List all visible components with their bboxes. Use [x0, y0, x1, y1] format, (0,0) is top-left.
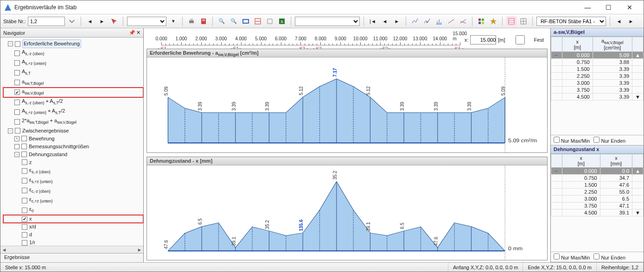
export-excel-icon[interactable]: X	[277, 16, 287, 26]
svg-text:47.6: 47.6	[433, 236, 439, 245]
status-stelle: Stelle x: 15.000 m	[0, 263, 448, 272]
tree-bemessung[interactable]: Bemessungsschnittgrößen	[3, 143, 143, 151]
tree-comb3[interactable]: 2*asw,T,Bügel + asw,V,Bügel	[3, 117, 143, 127]
table-row[interactable]: 2.2503.39	[551, 73, 644, 80]
svg-rect-3	[201, 19, 206, 24]
svg-rect-1	[189, 20, 194, 23]
grid-icon[interactable]	[518, 16, 529, 26]
svg-rect-12	[482, 19, 484, 21]
print-icon[interactable]	[186, 16, 197, 26]
table-row[interactable]: 1.50047.6	[551, 181, 644, 188]
report-icon[interactable]	[198, 16, 209, 26]
pick-member-icon[interactable]	[109, 16, 119, 26]
tree-e0[interactable]: ε0	[3, 205, 143, 215]
combo-2[interactable]	[295, 17, 360, 26]
tree-es-zo[interactable]: εs,-z (oben)	[3, 166, 143, 176]
zoom-in-icon[interactable]: 🔍	[217, 16, 227, 26]
table-row[interactable]: 4.50039.1▼	[551, 209, 644, 216]
table-icon[interactable]	[506, 16, 516, 26]
table-row[interactable]: 0.7503.88	[551, 59, 644, 66]
window-title: Ergebnisverläufe im Stab	[14, 4, 577, 11]
tree-ast[interactable]: As,T	[3, 68, 143, 77]
nav-next-icon[interactable]: ►	[392, 16, 402, 26]
nur-maxmin-2[interactable]	[554, 253, 560, 259]
nur-enden-1[interactable]	[593, 137, 599, 143]
ergebnisse-tab[interactable]: Ergebnisse	[0, 253, 143, 262]
minimize-button[interactable]: —	[577, 1, 598, 14]
color-icon[interactable]	[476, 16, 486, 26]
tree-ec-zu[interactable]: εc,+z (unten)	[3, 196, 143, 205]
tree-asz-oben[interactable]: As,-z (oben)	[3, 48, 143, 58]
nav-first-icon[interactable]: |◄	[368, 16, 378, 26]
tree-dehnung[interactable]: −Dehnungzustand	[3, 151, 143, 158]
opt5-icon[interactable]	[458, 16, 468, 26]
tree-comb2[interactable]: As,+z (unten) + As,T/2	[3, 107, 143, 117]
table-row[interactable]: 2.25055.0	[551, 188, 644, 195]
table-row[interactable]: 3.0006.5	[551, 195, 644, 202]
fest-checkbox[interactable]	[507, 35, 533, 44]
staebe-dropdown-icon[interactable]	[67, 16, 77, 26]
combo-1[interactable]	[127, 17, 166, 26]
prev-member-icon[interactable]: ◄	[85, 16, 95, 26]
svg-marker-0	[5, 4, 11, 11]
table-row[interactable]: 1.5003.39	[551, 66, 644, 73]
tree-z[interactable]: z	[3, 158, 143, 166]
star-icon[interactable]	[488, 16, 498, 26]
tree-asz-unten[interactable]: As,+z (unten)	[3, 58, 143, 68]
opt3-icon[interactable]	[434, 16, 444, 26]
sync-icon[interactable]	[265, 16, 275, 26]
svg-marker-15	[490, 18, 497, 25]
table-row[interactable]: 3.0003.39	[551, 80, 644, 87]
tree-1r[interactable]: 1/r	[3, 239, 143, 246]
nur-enden-2[interactable]	[593, 253, 599, 259]
chart-2-plot[interactable]: 47.66.539.135.2135.635.239.16.547.60 mm	[147, 165, 547, 260]
tree-label: As,T	[22, 68, 31, 77]
nur-maxmin-1[interactable]	[554, 137, 560, 143]
combo-dropdown-icon[interactable]: ▾	[168, 16, 179, 26]
table-row[interactable]: ←0.0000.0▲	[551, 167, 644, 174]
tree-es-zu[interactable]: εs,+z (unten)	[3, 176, 143, 186]
table-row[interactable]: 0.75034.7	[551, 174, 644, 181]
svg-text:3.39: 3.39	[399, 102, 405, 111]
tree-bewehrung[interactable]: +Bewehrung	[3, 135, 143, 143]
nav-hscroll[interactable]: ◄►	[0, 246, 143, 253]
close-button[interactable]: ✕	[619, 1, 640, 14]
nav-prev-icon[interactable]: ◄	[380, 16, 390, 26]
tree-zwischen[interactable]: −Zwischenergebnisse	[3, 127, 143, 135]
navigator-tree[interactable]: −Erforderliche Bewehrung As,-z (oben) As…	[0, 38, 143, 246]
toggle-chart-icon[interactable]	[253, 16, 263, 26]
opt4-icon[interactable]	[446, 16, 456, 26]
opt2-icon[interactable]	[422, 16, 432, 26]
tree-d[interactable]: d	[3, 231, 143, 239]
tree-root[interactable]: −Erforderliche Bewehrung	[3, 39, 143, 48]
staebe-nr-label: Stäbe Nr.:	[3, 19, 26, 24]
table-2[interactable]: x[m] x[mm] ←0.0000.0▲0.75034.71.50047.62…	[551, 154, 644, 252]
table-row[interactable]: ←0.0005.09▲	[551, 52, 644, 59]
pin-icon[interactable]: 📌	[129, 30, 135, 36]
svg-text:47.6: 47.6	[163, 240, 169, 249]
zoom-out-icon[interactable]: 🔍	[229, 16, 239, 26]
opt1-icon[interactable]	[410, 16, 420, 26]
staebe-nr-input[interactable]	[28, 17, 65, 26]
table-row[interactable]: 4.5003.39▼	[551, 94, 644, 101]
tree-asw-t[interactable]: asw,T,Bügel	[3, 78, 143, 88]
tree-x[interactable]: x	[3, 215, 143, 223]
x-input[interactable]	[470, 35, 496, 44]
maximize-button[interactable]: ☐	[598, 1, 619, 14]
nav-close-icon[interactable]: ✕	[136, 30, 140, 36]
tree-xd[interactable]: x/d	[3, 223, 143, 231]
tree-ec-zo[interactable]: εc,-z (oben)	[3, 186, 143, 196]
table-row[interactable]: 3.7503.39	[551, 87, 644, 94]
svg-rect-16	[509, 19, 514, 24]
table-1[interactable]: x[m] asw,V,Bügel[cm²/m] ←0.0005.09▲0.750…	[551, 37, 644, 135]
tree-comb1[interactable]: As,-z (oben) + As,T/2	[3, 97, 143, 107]
module-next-icon[interactable]: ►	[626, 16, 636, 26]
module-prev-icon[interactable]: ◄	[614, 16, 624, 26]
chart-1-plot[interactable]: 5.093.393.393.395.127.175.123.393.393.39…	[147, 57, 547, 152]
next-member-icon[interactable]: ►	[97, 16, 107, 26]
svg-rect-13	[478, 22, 481, 24]
module-combo[interactable]: RF-BETON Stäbe FA1 - St…	[536, 17, 606, 26]
table-row[interactable]: 3.75047.1	[551, 202, 644, 209]
zoom-window-icon[interactable]	[241, 16, 251, 26]
tree-asw-v[interactable]: asw,V,Bügel	[3, 88, 143, 97]
